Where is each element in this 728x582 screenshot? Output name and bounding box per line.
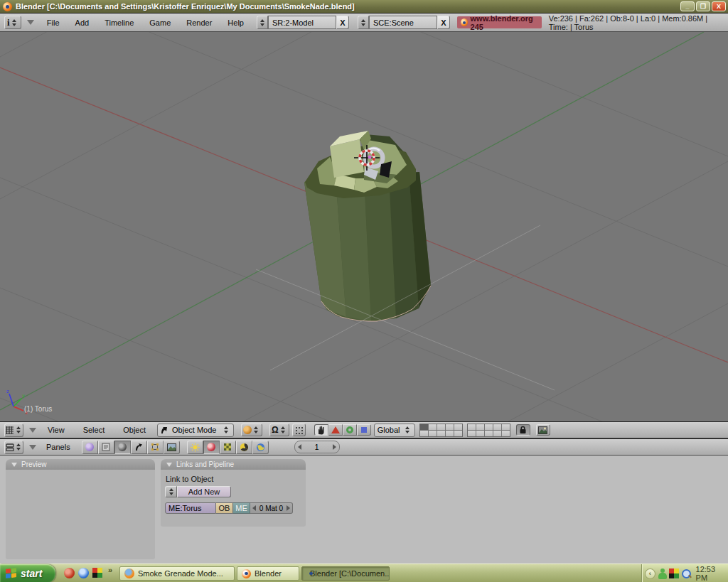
- menu-timeline[interactable]: Timeline: [100, 18, 138, 27]
- layer-buttons-group1[interactable]: [419, 424, 463, 437]
- menu-game[interactable]: Game: [145, 18, 175, 27]
- task-label: Smoke Grenade Mode...: [138, 569, 223, 578]
- svg-text:z: z: [6, 389, 9, 394]
- lamp-buttons-button[interactable]: [187, 441, 203, 454]
- screen-name-field[interactable]: SR:2-Model: [268, 16, 336, 29]
- object-context-button[interactable]: [131, 441, 147, 454]
- editing-context-button[interactable]: [147, 441, 164, 454]
- orientation-dropdown[interactable]: Global: [374, 424, 415, 437]
- manipulator-hand-button[interactable]: [314, 424, 328, 436]
- lock-layers-button[interactable]: [516, 424, 530, 436]
- render-preview-button[interactable]: [536, 424, 550, 436]
- menu-render[interactable]: Render: [182, 18, 216, 27]
- mat-next-icon[interactable]: [287, 505, 290, 511]
- shading-context-button[interactable]: [114, 441, 131, 454]
- grenade-model[interactable]: [304, 131, 431, 321]
- material-index-field[interactable]: 0 Mat 0: [250, 502, 293, 514]
- menu-panels[interactable]: Panels: [42, 443, 75, 451]
- window-titlebar[interactable]: Blender [C:\Documents and Settings\Krist…: [0, 0, 728, 13]
- links-pipeline-panel: Links and Pipeline Link to Object Add Ne…: [161, 459, 306, 527]
- quicklaunch-icon-1[interactable]: [64, 568, 75, 578]
- quicklaunch-icon-2[interactable]: [78, 568, 89, 578]
- radiosity-icon: [240, 443, 249, 452]
- header-collapse-icon-buttons[interactable]: [29, 445, 36, 450]
- header-collapse-icon[interactable]: [27, 20, 34, 25]
- add-new-button[interactable]: Add New: [177, 486, 231, 497]
- mat-prev-icon[interactable]: [252, 505, 256, 511]
- editor-type-button-buttons[interactable]: [4, 441, 23, 454]
- logic-icon: [85, 443, 94, 451]
- task-button-blender-active[interactable]: Blender [C:\Documen...: [301, 566, 390, 581]
- world-icon: [256, 443, 265, 452]
- editor-type-button[interactable]: i: [4, 16, 21, 29]
- me-toggle-button[interactable]: ME: [233, 502, 250, 514]
- quicklaunch-overflow-chevron[interactable]: »: [108, 566, 112, 574]
- screen-selector: SR:2-Model X: [257, 16, 349, 29]
- script-context-button[interactable]: [98, 441, 114, 454]
- links-panel-header[interactable]: Links and Pipeline: [161, 459, 306, 470]
- scene-selector: SCE:Scene X: [358, 16, 450, 29]
- mesh-name-field[interactable]: ME:Torus: [165, 502, 216, 514]
- menu-object[interactable]: Object: [119, 426, 150, 434]
- menu-view[interactable]: View: [43, 426, 69, 434]
- world-buttons-button[interactable]: [252, 441, 269, 454]
- start-button[interactable]: start: [0, 564, 55, 582]
- mode-dropdown[interactable]: Object Mode: [157, 424, 234, 437]
- menu-file[interactable]: File: [43, 18, 64, 27]
- task-button-blender[interactable]: Blender: [237, 566, 299, 581]
- move-widget-button[interactable]: [292, 424, 306, 436]
- messenger-tray-icon[interactable]: [658, 568, 668, 579]
- preview-panel-body: [6, 470, 155, 559]
- scene-delete-button[interactable]: X: [437, 16, 450, 29]
- frame-counter[interactable]: 1: [294, 441, 340, 453]
- buttons-editor-icon: [6, 443, 14, 451]
- restore-button[interactable]: ❐: [696, 1, 710, 11]
- quicklaunch-icon-3[interactable]: [92, 568, 102, 578]
- scene-context-button[interactable]: [164, 441, 180, 454]
- task-label: Blender: [255, 569, 282, 578]
- header-collapse-icon-3d[interactable]: [29, 428, 36, 433]
- close-button[interactable]: X: [712, 1, 726, 11]
- task-button-firefox[interactable]: Smoke Grenade Mode...: [119, 566, 235, 581]
- preview-panel-header[interactable]: Preview: [6, 459, 155, 470]
- link-to-object-label: Link to Object: [166, 475, 213, 483]
- system-tray: ‹ 12:53 PM: [641, 564, 728, 582]
- layer-buttons-group2[interactable]: [467, 424, 510, 437]
- frame-decrement-icon[interactable]: [298, 444, 301, 450]
- view3d-header: View Select Object Object Mode Ω: [0, 421, 728, 438]
- panel-collapse-icon[interactable]: [166, 463, 172, 467]
- colorgrid-tray-icon[interactable]: [669, 568, 679, 578]
- search-tray-icon[interactable]: [681, 568, 691, 579]
- screen-delete-button[interactable]: X: [336, 16, 349, 29]
- radiosity-buttons-button[interactable]: [236, 441, 252, 454]
- mode-label: Object Mode: [172, 426, 216, 434]
- menu-add[interactable]: Add: [71, 18, 94, 27]
- texture-buttons-button[interactable]: [220, 441, 236, 454]
- editor-type-button-3d[interactable]: [4, 424, 23, 437]
- draw-type-button[interactable]: [241, 424, 262, 436]
- menu-help[interactable]: Help: [223, 18, 248, 27]
- scene-browse-button[interactable]: [358, 16, 369, 29]
- grid-editor-icon: [5, 426, 14, 434]
- hand-icon: [317, 426, 326, 435]
- viewport-3d[interactable]: x y z (1) Torus: [0, 32, 728, 421]
- ob-toggle-button[interactable]: OB: [216, 502, 233, 514]
- translate-manipulator-button[interactable]: [328, 424, 343, 436]
- material-browse-button[interactable]: [165, 486, 177, 497]
- material-buttons-button[interactable]: [203, 441, 220, 454]
- frame-increment-icon[interactable]: [333, 444, 336, 450]
- minimize-button[interactable]: _: [680, 1, 695, 11]
- image-icon: [538, 426, 547, 434]
- scale-manipulator-button[interactable]: [357, 424, 371, 436]
- scene-name-field[interactable]: SCE:Scene: [369, 16, 437, 29]
- svg-text:y: y: [22, 393, 25, 399]
- screen-browse-button[interactable]: [257, 16, 268, 29]
- logic-context-button[interactable]: [82, 441, 98, 454]
- pivot-dropdown[interactable]: Ω: [269, 424, 289, 436]
- panel-collapse-icon[interactable]: [11, 463, 17, 467]
- window-title: Blender [C:\Documents and Settings\Krist…: [16, 2, 355, 11]
- tray-collapse-chevron[interactable]: ‹: [645, 568, 655, 579]
- rotate-manipulator-button[interactable]: [343, 424, 357, 436]
- menu-select[interactable]: Select: [79, 426, 109, 434]
- object-icon: [134, 443, 143, 451]
